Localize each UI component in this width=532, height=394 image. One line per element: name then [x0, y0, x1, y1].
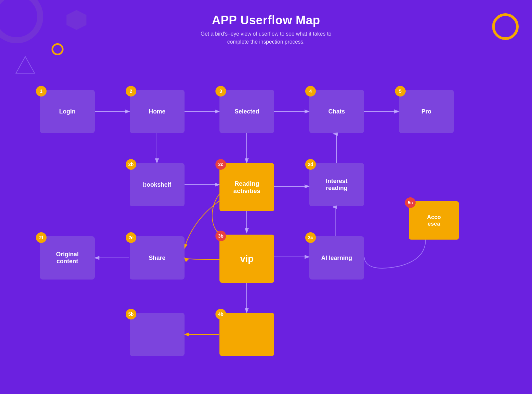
node-vip[interactable]: 3b vip	[219, 235, 274, 283]
node-bookshelf-label: bookshelf	[143, 181, 171, 188]
node-home-label: Home	[149, 108, 165, 115]
node-pro[interactable]: 5 Pro	[399, 90, 454, 133]
node-pro-label: Pro	[421, 108, 431, 115]
node-vip-label: vip	[240, 254, 253, 264]
badge-1: 1	[36, 86, 47, 97]
node-share[interactable]: 2e Share	[130, 236, 185, 280]
badge-2c: 2c	[215, 159, 226, 170]
node-home[interactable]: 2 Home	[130, 90, 185, 133]
node-interest-reading[interactable]: 2d Interestreading	[309, 163, 364, 206]
badge-4b: 4b	[215, 309, 226, 319]
node-reading-activities-label: Readingactivities	[233, 180, 260, 195]
badge-3c: 3c	[305, 232, 316, 243]
node-reading-activities[interactable]: 2c Readingactivities	[219, 163, 274, 211]
node-chats[interactable]: 4 Chats	[309, 90, 364, 133]
node-4b[interactable]: 4b	[219, 313, 274, 356]
badge-5: 5	[395, 86, 406, 97]
node-share-label: Share	[149, 255, 165, 262]
badge-3b: 3b	[215, 231, 226, 241]
badge-2d: 2d	[305, 159, 316, 170]
node-selected-label: Selected	[234, 108, 259, 115]
badge-5b: 5b	[126, 309, 136, 319]
node-bookshelf[interactable]: 2b bookshelf	[130, 163, 185, 206]
badge-2b: 2b	[126, 159, 136, 170]
node-login[interactable]: 1 Login	[40, 90, 95, 133]
node-interest-reading-label: Interestreading	[326, 178, 347, 192]
node-original-content-label: Originalcontent	[56, 251, 78, 265]
node-5b[interactable]: 5b	[130, 313, 185, 356]
node-ai-learning-label: AI learning	[321, 255, 352, 262]
flow-canvas: 1 Login 2 Home 3 Selected 4 Chats 5 Pro …	[0, 0, 532, 394]
badge-5c: 5c	[405, 197, 416, 208]
node-login-label: Login	[59, 108, 75, 115]
node-ai-learning[interactable]: 3c AI learning	[309, 236, 364, 280]
badge-2f: 2f	[36, 232, 47, 243]
badge-2: 2	[126, 86, 136, 97]
node-5c[interactable]: 5c Accoesca	[409, 201, 459, 240]
node-chats-label: Chats	[328, 108, 345, 115]
node-original-content[interactable]: 2f Originalcontent	[40, 236, 95, 280]
node-selected[interactable]: 3 Selected	[219, 90, 274, 133]
badge-3: 3	[215, 86, 226, 97]
badge-2e: 2e	[126, 232, 136, 243]
badge-4: 4	[305, 86, 316, 97]
node-5c-label: Accoesca	[427, 214, 441, 227]
